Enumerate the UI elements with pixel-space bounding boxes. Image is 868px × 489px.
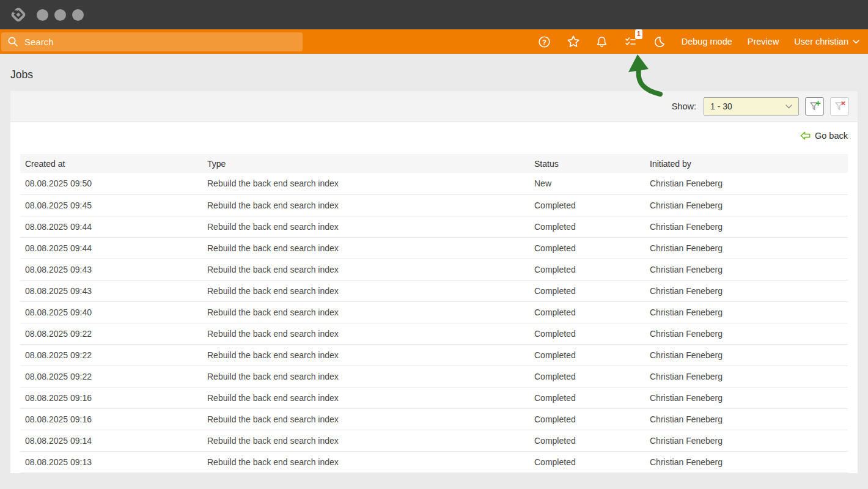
cell-initiated-by: Christian Feneberg <box>645 194 848 216</box>
back-arrow-icon <box>800 131 811 140</box>
cell-type: Rebuild the back end search index <box>202 323 529 344</box>
funnel-x-icon <box>834 100 846 112</box>
cell-initiated-by: Christian Feneberg <box>645 408 848 430</box>
search-icon <box>7 36 18 47</box>
jobs-badge: 1 <box>635 29 642 39</box>
table-row: 08.08.2025 09:16Rebuild the back end sea… <box>20 387 848 408</box>
window-dot-1[interactable] <box>37 9 48 21</box>
cell-type: Rebuild the back end search index <box>202 387 529 408</box>
cell-initiated-by: Christian Feneberg <box>645 216 848 237</box>
jobs-queue-icon[interactable]: 1 <box>624 35 638 48</box>
table-row: 08.08.2025 09:43Rebuild the back end sea… <box>20 280 848 301</box>
cell-status: Completed <box>529 280 645 301</box>
dark-mode-moon-icon[interactable] <box>653 35 666 48</box>
table-row: 08.08.2025 09:50Rebuild the back end sea… <box>20 173 848 194</box>
favorites-star-icon[interactable] <box>567 35 580 48</box>
cell-initiated-by: Christian Feneberg <box>645 173 848 194</box>
cell-status: Completed <box>529 344 645 366</box>
search-box[interactable] <box>1 32 303 51</box>
go-back-link[interactable]: Go back <box>800 131 848 141</box>
cell-type: Rebuild the back end search index <box>202 366 529 387</box>
cell-type: Rebuild the back end search index <box>202 216 529 237</box>
cell-created-at: 08.08.2025 09:22 <box>20 366 202 387</box>
cell-created-at: 08.08.2025 09:13 <box>20 451 202 472</box>
col-status: Status <box>529 154 645 173</box>
clear-filter-button[interactable] <box>830 97 849 116</box>
cell-created-at: 08.08.2025 09:45 <box>20 194 202 216</box>
cell-initiated-by: Christian Feneberg <box>645 323 848 344</box>
notifications-bell-icon[interactable] <box>595 35 609 48</box>
table-body: 08.08.2025 09:50Rebuild the back end sea… <box>20 173 848 472</box>
table-row: 08.08.2025 09:14Rebuild the back end sea… <box>20 430 848 451</box>
cell-created-at: 08.08.2025 09:44 <box>20 237 202 259</box>
add-filter-button[interactable] <box>805 97 824 116</box>
cell-created-at: 08.08.2025 09:16 <box>20 408 202 430</box>
funnel-plus-icon <box>809 100 821 112</box>
cell-status: Completed <box>529 216 645 237</box>
cell-type: Rebuild the back end search index <box>202 173 529 194</box>
cell-created-at: 08.08.2025 09:16 <box>20 387 202 408</box>
chevron-down-icon <box>853 40 859 44</box>
window-dot-3[interactable] <box>72 9 84 21</box>
table-row: 08.08.2025 09:16Rebuild the back end sea… <box>20 408 848 430</box>
show-range-value: 1 - 30 <box>710 101 732 111</box>
cell-created-at: 08.08.2025 09:22 <box>20 344 202 366</box>
cell-status: Completed <box>529 237 645 259</box>
window-titlebar <box>0 0 868 29</box>
cell-initiated-by: Christian Feneberg <box>645 344 848 366</box>
cell-type: Rebuild the back end search index <box>202 237 529 259</box>
help-icon[interactable]: ? <box>538 35 551 48</box>
cell-type: Rebuild the back end search index <box>202 344 529 366</box>
window-dot-2[interactable] <box>54 9 66 21</box>
col-created-at: Created at <box>20 154 202 173</box>
cell-created-at: 08.08.2025 09:44 <box>20 216 202 237</box>
table-row: 08.08.2025 09:22Rebuild the back end sea… <box>20 323 848 344</box>
preview-link[interactable]: Preview <box>748 37 779 46</box>
chevron-down-icon <box>785 105 792 109</box>
cell-initiated-by: Christian Feneberg <box>645 301 848 323</box>
cell-created-at: 08.08.2025 09:40 <box>20 301 202 323</box>
cell-initiated-by: Christian Feneberg <box>645 259 848 280</box>
debug-mode-link[interactable]: Debug mode <box>682 37 732 46</box>
show-label: Show: <box>672 101 696 111</box>
user-menu-label: User christian <box>794 37 848 46</box>
cell-initiated-by: Christian Feneberg <box>645 237 848 259</box>
table-row: 08.08.2025 09:44Rebuild the back end sea… <box>20 237 848 259</box>
table-row: 08.08.2025 09:22Rebuild the back end sea… <box>20 366 848 387</box>
table-header-row: Created at Type Status Initiated by <box>20 154 848 173</box>
user-menu[interactable]: User christian <box>794 37 859 46</box>
cell-created-at: 08.08.2025 09:43 <box>20 280 202 301</box>
cell-status: Completed <box>529 194 645 216</box>
cell-created-at: 08.08.2025 09:50 <box>20 173 202 194</box>
cell-status: Completed <box>529 323 645 344</box>
cell-status: Completed <box>529 387 645 408</box>
col-initiated-by: Initiated by <box>645 154 848 173</box>
cell-status: Completed <box>529 301 645 323</box>
cell-status: Completed <box>529 259 645 280</box>
cell-initiated-by: Christian Feneberg <box>645 430 848 451</box>
cell-initiated-by: Christian Feneberg <box>645 280 848 301</box>
list-toolbar: Show: 1 - 30 <box>10 91 858 122</box>
cell-created-at: 08.08.2025 09:22 <box>20 323 202 344</box>
col-type: Type <box>202 154 529 173</box>
cell-status: Completed <box>529 408 645 430</box>
go-back-label: Go back <box>815 131 848 141</box>
app-logo-diamond-icon <box>11 7 26 22</box>
table-row: 08.08.2025 09:44Rebuild the back end sea… <box>20 216 848 237</box>
table-row: 08.08.2025 09:13Rebuild the back end sea… <box>20 451 848 472</box>
search-input[interactable] <box>23 36 296 48</box>
show-range-select[interactable]: 1 - 30 <box>704 97 799 116</box>
cell-type: Rebuild the back end search index <box>202 430 529 451</box>
cell-status: Completed <box>529 451 645 472</box>
svg-text:?: ? <box>542 39 546 46</box>
cell-created-at: 08.08.2025 09:43 <box>20 259 202 280</box>
main-toolbar: ? 1 Debug <box>0 29 868 54</box>
table-row: 08.08.2025 09:43Rebuild the back end sea… <box>20 259 848 280</box>
cell-initiated-by: Christian Feneberg <box>645 387 848 408</box>
cell-type: Rebuild the back end search index <box>202 301 529 323</box>
table-row: 08.08.2025 09:40Rebuild the back end sea… <box>20 301 848 323</box>
cell-type: Rebuild the back end search index <box>202 259 529 280</box>
cell-type: Rebuild the back end search index <box>202 451 529 472</box>
cell-status: Completed <box>529 430 645 451</box>
cell-initiated-by: Christian Feneberg <box>645 366 848 387</box>
